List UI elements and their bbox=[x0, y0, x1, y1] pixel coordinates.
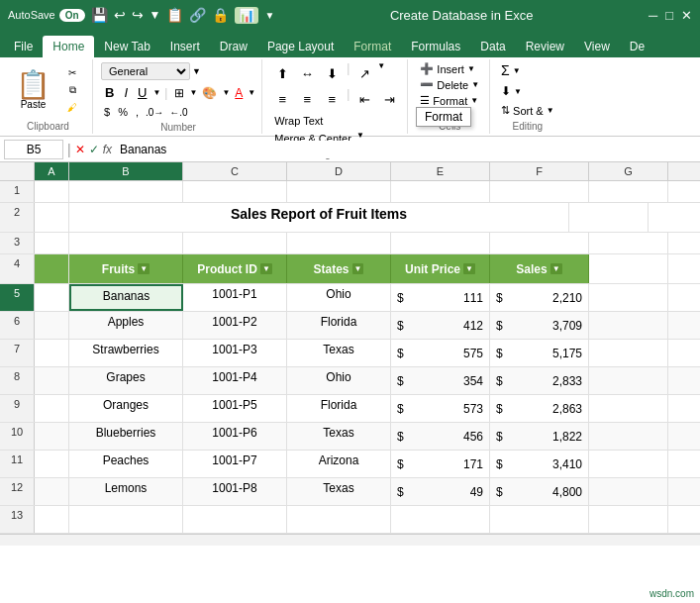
header-states[interactable]: States ▼ bbox=[287, 254, 391, 283]
header-sales[interactable]: Sales ▼ bbox=[490, 254, 589, 283]
cell-a7[interactable] bbox=[35, 340, 69, 366]
cell-a3[interactable] bbox=[35, 233, 69, 253]
italic-button[interactable]: I bbox=[120, 84, 132, 101]
cell-g4[interactable] bbox=[589, 254, 668, 283]
cancel-formula-icon[interactable]: ✕ bbox=[75, 143, 85, 156]
col-header-d[interactable]: D bbox=[287, 162, 391, 180]
cell-c13[interactable] bbox=[183, 506, 287, 533]
maximize-btn[interactable]: □ bbox=[665, 8, 673, 23]
header-product-id[interactable]: Product ID ▼ bbox=[183, 254, 287, 283]
cell-e3[interactable] bbox=[391, 233, 490, 253]
autosave-toggle[interactable]: On bbox=[59, 9, 85, 22]
save-icon[interactable]: 💾 bbox=[91, 7, 108, 23]
cell-e1[interactable] bbox=[391, 181, 490, 202]
tab-draw[interactable]: Draw bbox=[210, 36, 257, 57]
format-painter-button[interactable]: 🖌 bbox=[58, 100, 86, 115]
cell-b1b[interactable] bbox=[69, 181, 183, 202]
format-button[interactable]: ☰ Format ▼ bbox=[416, 93, 483, 108]
col-header-g[interactable]: G bbox=[589, 162, 668, 180]
cell-g2[interactable] bbox=[569, 203, 649, 232]
font-name-select[interactable]: General bbox=[101, 62, 190, 80]
tab-view[interactable]: View bbox=[574, 36, 620, 57]
dropdown-icon[interactable]: ▼ bbox=[264, 10, 274, 21]
cell-g9[interactable] bbox=[589, 395, 668, 422]
close-btn[interactable]: ✕ bbox=[681, 8, 692, 23]
cell-g7[interactable] bbox=[589, 340, 668, 366]
cell-g5[interactable] bbox=[589, 284, 668, 311]
increase-decimal-btn[interactable]: ←.0 bbox=[167, 106, 189, 119]
fill-dropdown[interactable]: ▼ bbox=[514, 87, 522, 96]
insert-button[interactable]: ➕ Insert ▼ bbox=[416, 61, 483, 76]
cell-c1[interactable] bbox=[183, 181, 287, 202]
cell-g12[interactable] bbox=[589, 478, 668, 505]
cell-f3[interactable] bbox=[490, 233, 589, 253]
align-bottom-btn[interactable]: ⬇ bbox=[320, 61, 344, 85]
cell-e7[interactable]: $575 bbox=[391, 340, 490, 366]
cell-a12[interactable] bbox=[35, 478, 69, 505]
cell-d10[interactable]: Texas bbox=[287, 423, 391, 450]
cell-a4[interactable] bbox=[35, 254, 69, 283]
tab-formulas[interactable]: Formulas bbox=[401, 36, 470, 57]
cell-b9[interactable]: Oranges bbox=[69, 395, 183, 422]
bold-button[interactable]: B bbox=[101, 84, 118, 101]
cell-e11[interactable]: $171 bbox=[391, 451, 490, 477]
font-name-dropdown[interactable]: ▼ bbox=[192, 66, 201, 76]
cell-g3[interactable] bbox=[589, 233, 668, 253]
decrease-decimal-btn[interactable]: .0→ bbox=[144, 106, 165, 119]
cell-b12[interactable]: Lemons bbox=[69, 478, 183, 505]
cell-b8[interactable]: Grapes bbox=[69, 367, 183, 394]
cell-e13[interactable] bbox=[391, 506, 490, 533]
cell-f8[interactable]: $2,833 bbox=[490, 367, 589, 394]
cell-e10[interactable]: $456 bbox=[391, 423, 490, 450]
states-filter-arrow[interactable]: ▼ bbox=[352, 263, 364, 274]
cell-g11[interactable] bbox=[589, 451, 668, 477]
cell-a11[interactable] bbox=[35, 451, 69, 477]
cell-c10[interactable]: 1001-P6 bbox=[183, 423, 287, 450]
sum-dropdown[interactable]: ▼ bbox=[513, 66, 521, 75]
cell-c8[interactable]: 1001-P4 bbox=[183, 367, 287, 394]
cell-d13[interactable] bbox=[287, 506, 391, 533]
col-header-c[interactable]: C bbox=[183, 162, 287, 180]
undo-icon[interactable]: ↩ bbox=[114, 7, 126, 23]
underline-button[interactable]: U bbox=[134, 84, 150, 101]
tab-pagelayout[interactable]: Page Layout bbox=[257, 36, 344, 57]
cell-d5[interactable]: Ohio bbox=[287, 284, 391, 311]
cell-d9[interactable]: Florida bbox=[287, 395, 391, 422]
wrap-text-button[interactable]: Wrap Text bbox=[270, 113, 327, 129]
cell-a9[interactable] bbox=[35, 395, 69, 422]
cell-g6[interactable] bbox=[589, 312, 668, 339]
font-color-dropdown[interactable]: ▼ bbox=[248, 88, 255, 97]
cell-d11[interactable]: Arizona bbox=[287, 451, 391, 477]
align-left-btn[interactable]: ≡ bbox=[270, 87, 294, 111]
cell-c3[interactable] bbox=[183, 233, 287, 253]
cell-e12[interactable]: $49 bbox=[391, 478, 490, 505]
formula-input[interactable] bbox=[116, 141, 696, 158]
tab-insert[interactable]: Insert bbox=[160, 36, 210, 57]
align-middle-btn[interactable]: ↔ bbox=[295, 61, 319, 85]
horizontal-scrollbar[interactable] bbox=[0, 534, 700, 546]
cell-b11[interactable]: Peaches bbox=[69, 451, 183, 477]
cell-b7[interactable]: Strawberries bbox=[69, 340, 183, 366]
title-cell[interactable]: Sales Report of Fruit Items bbox=[69, 203, 569, 232]
col-header-f[interactable]: F bbox=[490, 162, 589, 180]
tab-review[interactable]: Review bbox=[516, 36, 574, 57]
align-center-btn[interactable]: ≡ bbox=[295, 87, 319, 111]
tab-data[interactable]: Data bbox=[470, 36, 515, 57]
lock-icon[interactable]: 🔒 bbox=[212, 7, 229, 23]
cell-b5[interactable]: Bananas bbox=[69, 284, 183, 311]
col-header-a[interactable]: A bbox=[35, 162, 69, 180]
cell-f13[interactable] bbox=[490, 506, 589, 533]
header-fruits[interactable]: Fruits ▼ bbox=[69, 254, 183, 283]
fruits-filter-arrow[interactable]: ▼ bbox=[138, 263, 150, 274]
cell-c5[interactable]: 1001-P1 bbox=[183, 284, 287, 311]
toolbar-more-icon[interactable]: ▼ bbox=[150, 8, 161, 22]
cell-b1[interactable] bbox=[35, 181, 69, 202]
dollar-btn[interactable]: $ bbox=[101, 105, 113, 119]
cell-c6[interactable]: 1001-P2 bbox=[183, 312, 287, 339]
delete-dropdown[interactable]: ▼ bbox=[471, 80, 479, 89]
sum-button[interactable]: Σ ▼ bbox=[498, 61, 557, 79]
cell-c12[interactable]: 1001-P8 bbox=[183, 478, 287, 505]
copy-button[interactable]: ⧉ bbox=[58, 82, 86, 98]
cell-c11[interactable]: 1001-P7 bbox=[183, 451, 287, 477]
percent-btn[interactable]: % bbox=[115, 105, 131, 119]
